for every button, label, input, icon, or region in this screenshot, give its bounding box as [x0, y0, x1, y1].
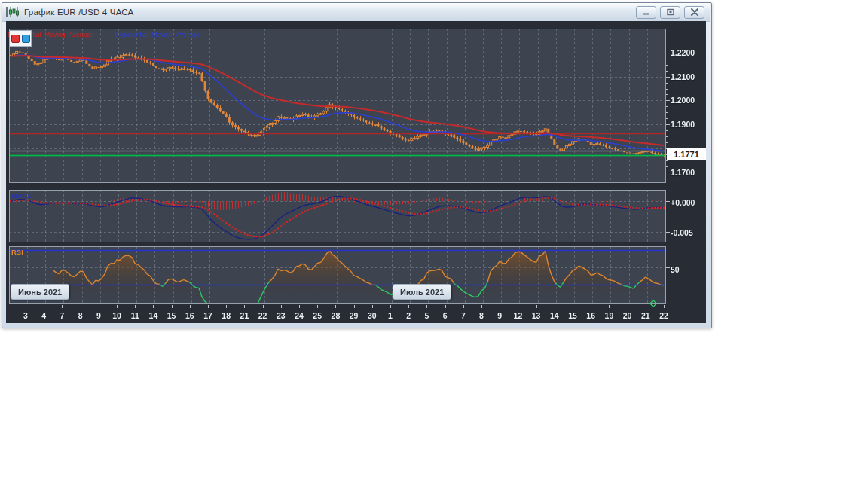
titlebar[interactable]: График EUR /USD 4 ЧАСА: [2, 3, 710, 22]
x-axis-day-label: 24: [295, 311, 304, 320]
x-axis-day-label: 14: [550, 311, 559, 320]
x-axis-day-label: 6: [443, 311, 448, 320]
month-badge-june: Июнь 2021: [11, 284, 69, 300]
x-axis-day-label: 14: [149, 311, 158, 320]
red-square-icon[interactable]: [11, 35, 20, 43]
x-axis-day-label: 20: [623, 311, 632, 320]
window-title: График EUR /USD 4 ЧАСА: [24, 8, 133, 17]
x-axis-day-label: 7: [60, 311, 64, 320]
blue-square-icon[interactable]: [22, 35, 30, 43]
x-axis-day-label: 3: [23, 311, 28, 320]
x-axis-day-label: 21: [240, 311, 249, 320]
x-axis-day-label: 9: [96, 311, 101, 320]
x-axis-day-label: 8: [479, 311, 484, 320]
macd-axis-tick: -0.005: [671, 228, 693, 237]
x-axis-day-label: 11: [131, 311, 139, 320]
indicator-color-buttons[interactable]: [9, 30, 32, 47]
macd-panel-label: MACD: [11, 191, 33, 200]
price-axis-tick: 1.1700: [671, 168, 695, 177]
x-axis-day-label: 29: [350, 311, 359, 320]
x-axis-day-label: 7: [461, 311, 466, 320]
rsi-panel-label: RSI: [11, 248, 23, 256]
month-badge-july: Июль 2021: [393, 284, 451, 300]
x-axis-day-label: 4: [41, 311, 46, 320]
x-axis-day-label: 18: [222, 311, 231, 320]
macd-axis-tick: +0.000: [671, 198, 695, 207]
rsi-axis-tick: 50: [671, 265, 680, 274]
x-axis-day-label: 9: [497, 311, 502, 320]
x-axis-day-label: 15: [167, 311, 176, 320]
desktop: График EUR /USD 4 ЧАСА Exponential_Movin…: [0, 0, 868, 488]
ema-blue-legend: Exponential_Moving_Average: [115, 31, 200, 38]
candlestick-chart-icon: [6, 6, 20, 18]
x-axis-day-label: 8: [78, 311, 83, 320]
current-price-box: 1.1771: [667, 148, 706, 160]
x-axis-day-label: 19: [605, 311, 614, 320]
minimize-button[interactable]: [636, 6, 656, 19]
price-axis-tick: 1.2200: [671, 48, 695, 57]
x-axis-day-label: 28: [332, 311, 341, 320]
price-axis-tick: 1.1900: [671, 120, 695, 129]
x-axis-day-label: 1: [388, 311, 393, 320]
price-axis-tick: 1.2100: [671, 72, 695, 81]
x-axis-day-label: 15: [568, 311, 577, 320]
x-axis-day-label: 25: [313, 311, 322, 320]
restore-button[interactable]: [660, 6, 680, 19]
x-axis-day-label: 17: [203, 311, 212, 320]
x-axis-day-label: 16: [185, 311, 194, 320]
x-axis-day-label: 13: [532, 311, 541, 320]
x-axis-day-label: 16: [586, 311, 595, 320]
x-axis-day-label: 30: [368, 311, 377, 320]
x-axis-day-label: 22: [258, 311, 267, 320]
x-axis-day-label: 5: [424, 311, 429, 320]
price-chart-canvas[interactable]: [6, 21, 706, 323]
chart-client-area: Exponential_Moving_Average Exponential_M…: [6, 21, 706, 323]
close-button[interactable]: [684, 6, 704, 19]
x-axis-day-label: 12: [514, 311, 523, 320]
window-controls: [636, 6, 704, 19]
x-axis-day-label: 2: [406, 311, 411, 320]
x-axis-day-label: 10: [112, 311, 121, 320]
x-axis-day-label: 22: [659, 311, 668, 320]
x-axis-day-label: 21: [641, 311, 650, 320]
price-axis-tick: 1.2000: [671, 96, 695, 105]
x-axis-day-label: 23: [277, 311, 286, 320]
